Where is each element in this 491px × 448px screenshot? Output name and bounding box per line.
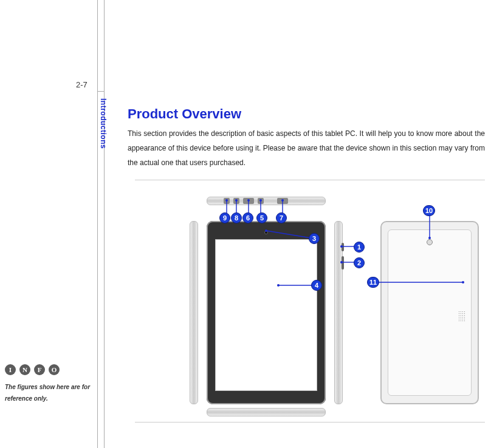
callout-9: 9 — [219, 212, 230, 223]
info-glyph-f: F — [34, 364, 45, 375]
divider-vertical-right — [104, 0, 105, 448]
callout-2: 2 — [354, 257, 365, 268]
info-glyph-n: N — [19, 364, 30, 375]
front-camera-icon — [264, 231, 268, 234]
callout-6: 6 — [242, 212, 253, 223]
divider-connector — [97, 91, 105, 92]
info-text: The figures show here are for reference … — [5, 381, 94, 404]
divider-vertical-left — [97, 0, 98, 448]
callout-1: 1 — [354, 242, 365, 253]
rear-camera-icon — [427, 239, 433, 245]
callout-8: 8 — [231, 212, 242, 223]
page-title: Product Overview — [128, 106, 241, 122]
tablet-front-view — [207, 221, 326, 404]
divider-top — [135, 180, 485, 180]
callout-7: 7 — [276, 212, 287, 223]
tablet-left-edge — [190, 221, 198, 404]
callout-5: 5 — [256, 212, 267, 223]
port-detail — [224, 198, 230, 204]
port-detail — [243, 198, 254, 204]
callout-10: 10 — [423, 205, 435, 216]
callout-11: 11 — [367, 277, 379, 288]
callout-4: 4 — [311, 280, 322, 291]
page-number: 2-7 — [76, 80, 88, 89]
product-diagram: 9 8 6 5 7 3 4 1 2 10 11 — [135, 188, 485, 419]
tablet-back-view — [380, 221, 479, 404]
body-paragraph: This section provides the description of… — [128, 126, 485, 170]
info-note: I N F O The figures show here are for re… — [5, 364, 94, 404]
info-icon: I N F O — [5, 364, 94, 375]
port-detail — [233, 198, 239, 204]
info-glyph-o: O — [49, 364, 60, 375]
speaker-grille-icon — [458, 311, 465, 322]
info-glyph-i: I — [5, 364, 16, 375]
port-detail — [277, 198, 288, 204]
callout-3: 3 — [309, 233, 320, 244]
side-button — [342, 256, 344, 270]
tablet-bottom-edge — [207, 408, 326, 416]
section-label: Introductions — [99, 98, 108, 149]
divider-bottom — [135, 422, 485, 423]
side-button — [342, 243, 344, 251]
port-detail — [258, 198, 264, 204]
